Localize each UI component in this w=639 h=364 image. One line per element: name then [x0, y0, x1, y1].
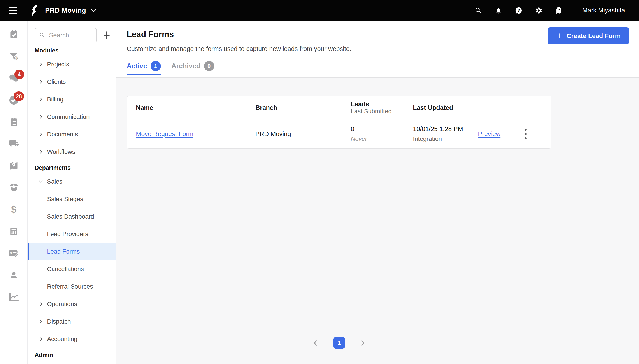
rail-calendar-check-icon[interactable]: [0, 24, 28, 46]
chevron-down-icon[interactable]: [91, 8, 97, 14]
help-bubble-icon[interactable]: ?: [515, 7, 522, 14]
search-icon: [39, 32, 46, 38]
company-selector-label[interactable]: PRD Moving: [45, 6, 86, 14]
sidebar-item-sales-dashboard[interactable]: Sales Dashboard: [28, 208, 116, 225]
table-header-row: Name Branch Leads Last Submitted Last Up…: [127, 96, 551, 120]
sidebar-item-dispatch[interactable]: Dispatch: [28, 313, 116, 330]
rail-tasks-check-circle-icon[interactable]: 28: [0, 89, 28, 111]
page-subtitle: Customize and manage the forms used to c…: [127, 45, 629, 53]
col-leads: Leads Last Submitted: [351, 100, 413, 115]
table-row: Move Request Form PRD Moving 0 Never 10/…: [127, 120, 551, 148]
sidebar-item-projects[interactable]: Projects: [28, 56, 116, 73]
page-number-button[interactable]: 1: [333, 337, 345, 349]
tasks-badge: 28: [14, 92, 24, 101]
lead-forms-table: Name Branch Leads Last Submitted Last Up…: [127, 96, 551, 148]
rail-sales-funnel-dollar-icon[interactable]: $: [0, 46, 28, 68]
archived-count-badge: 0: [204, 61, 214, 71]
sidebar-item-clients[interactable]: Clients: [28, 73, 116, 90]
next-page-chevron-icon[interactable]: [359, 339, 366, 347]
active-tab-underline: [127, 74, 161, 76]
sidebar-item-sales[interactable]: Sales: [28, 173, 116, 190]
rail-calculator-icon[interactable]: [0, 220, 28, 242]
chevron-right-icon: [39, 337, 43, 342]
chevron-right-icon: [39, 132, 43, 137]
chevron-right-icon: [39, 302, 43, 306]
notifications-bell-icon[interactable]: [495, 7, 502, 14]
rail-reports-chart-icon[interactable]: [0, 286, 28, 308]
chevron-right-icon: [39, 150, 43, 154]
rail-payments-dollar-icon[interactable]: $: [0, 198, 28, 220]
sidebar-section-admin: Admin: [28, 350, 116, 360]
chevron-right-icon: [39, 319, 43, 324]
col-branch: Branch: [255, 104, 351, 111]
prev-page-chevron-icon[interactable]: [312, 339, 319, 347]
search-icon[interactable]: [475, 7, 482, 14]
sidebar-item-lead-providers[interactable]: Lead Providers: [28, 225, 116, 243]
sidebar-item-workflows[interactable]: Workflows: [28, 143, 116, 160]
icon-rail: $ 4 28 $ $: [0, 21, 28, 364]
sidebar-item-communication[interactable]: Communication: [28, 108, 116, 126]
col-last-updated: Last Updated: [413, 104, 478, 111]
whats-new-ghost-icon[interactable]: [555, 7, 563, 14]
settings-gear-icon[interactable]: [535, 7, 542, 14]
branch-cell: PRD Moving: [255, 130, 351, 138]
rail-payroll-check-pen-icon[interactable]: $: [0, 242, 28, 264]
sidebar: Modules Projects Clients Billing Communi…: [28, 21, 116, 364]
rail-clipboard-list-icon[interactable]: [0, 111, 28, 133]
sidebar-item-referral-sources[interactable]: Referral Sources: [28, 278, 116, 295]
sidebar-item-documents[interactable]: Documents: [28, 126, 116, 143]
content-area: Name Branch Leads Last Submitted Last Up…: [116, 78, 639, 364]
expand-collapse-all-icon[interactable]: [102, 30, 111, 40]
page-header: Lead Forms Customize and manage the form…: [116, 21, 639, 78]
sidebar-section-modules: Modules: [28, 46, 116, 56]
app-logo-bolt-icon[interactable]: [30, 5, 40, 16]
topbar-actions: ? Mark Miyashita: [475, 7, 625, 14]
sidebar-item-cancellations[interactable]: Cancellations: [28, 260, 116, 278]
active-count-badge: 1: [151, 61, 161, 71]
tabs: Active 1 Archived 0: [127, 61, 629, 76]
sidebar-search-input[interactable]: [49, 32, 91, 39]
create-lead-form-button[interactable]: Create Lead Form: [548, 27, 629, 44]
last-updated-cell: 10/01/25 1:28 PM Integration: [413, 124, 478, 144]
sidebar-item-accounting[interactable]: Accounting: [28, 330, 116, 348]
leads-cell: 0 Never: [351, 124, 413, 144]
rail-chat-messages-icon[interactable]: 4: [0, 68, 28, 89]
form-name-link[interactable]: Move Request Form: [136, 130, 194, 138]
sidebar-section-departments: Departments: [28, 163, 116, 173]
tab-active[interactable]: Active 1: [127, 61, 161, 76]
pagination: 1: [127, 337, 551, 349]
sidebar-search[interactable]: [35, 28, 97, 42]
chevron-right-icon: [39, 62, 43, 67]
chevron-down-icon: [39, 179, 43, 184]
svg-text:?: ?: [517, 8, 520, 13]
sidebar-item-sales-stages[interactable]: Sales Stages: [28, 190, 116, 208]
chat-badge: 4: [15, 70, 24, 79]
user-name[interactable]: Mark Miyashita: [582, 7, 625, 14]
menu-icon[interactable]: [9, 6, 18, 16]
chevron-right-icon: [39, 114, 43, 119]
svg-text:$: $: [11, 204, 17, 215]
sidebar-item-lead-forms[interactable]: Lead Forms: [28, 243, 116, 260]
tab-archived[interactable]: Archived 0: [171, 61, 214, 76]
main-content: Lead Forms Customize and manage the form…: [116, 21, 639, 364]
rail-truck-icon[interactable]: [0, 133, 28, 155]
row-menu-kebab-icon[interactable]: [521, 128, 530, 139]
topbar: PRD Moving ? Mark Miyashita: [0, 0, 639, 21]
rail-customers-person-icon[interactable]: [0, 264, 28, 286]
chevron-right-icon: [39, 80, 43, 84]
preview-link[interactable]: Preview: [478, 130, 500, 138]
sidebar-item-operations[interactable]: Operations: [28, 295, 116, 313]
sidebar-item-billing[interactable]: Billing: [28, 90, 116, 108]
col-name: Name: [136, 104, 255, 111]
chevron-right-icon: [39, 97, 43, 102]
svg-text:$: $: [10, 252, 12, 254]
rail-map-pin-icon[interactable]: [0, 155, 28, 177]
svg-text:$: $: [15, 57, 17, 60]
rail-storage-box-icon[interactable]: [0, 177, 28, 198]
plus-icon: [556, 33, 562, 39]
